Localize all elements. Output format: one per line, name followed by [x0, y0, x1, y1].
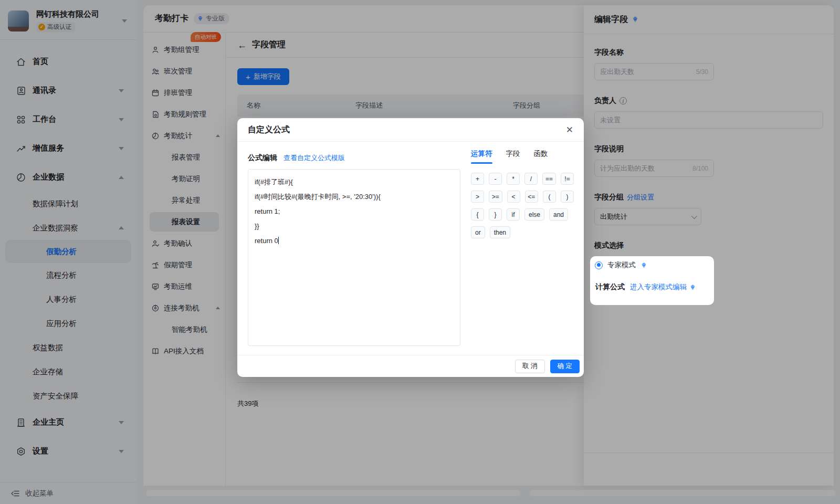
operator-button[interactable]: >=: [489, 191, 502, 203]
operator-button[interactable]: -: [489, 173, 502, 185]
operator-button[interactable]: else: [524, 208, 544, 220]
modal-title: 自定义公式: [248, 124, 290, 135]
operator-button[interactable]: }: [489, 208, 502, 220]
calc-formula-row: 计算公式 进入专家模式编辑: [595, 282, 709, 292]
operator-button[interactable]: <=: [525, 191, 539, 203]
formula-code-editor[interactable]: if(#排了班#){ if(#时间比较#(最晚打卡时间, >=, '20:30'…: [248, 169, 460, 346]
operator-button[interactable]: ): [561, 191, 574, 203]
operator-button[interactable]: {: [471, 208, 484, 220]
expert-mode-spotlight: 专家模式 计算公式 进入专家模式编辑: [590, 256, 714, 305]
operator-button[interactable]: +: [471, 173, 484, 185]
diamond-icon: [689, 284, 696, 291]
cancel-button[interactable]: 取 消: [515, 360, 544, 373]
radio-checked-icon: [595, 261, 603, 269]
custom-formula-modal: 自定义公式 ✕ 公式编辑 查看自定义公式模版 if(#排了班#){ if(#时间…: [237, 118, 584, 377]
close-icon[interactable]: ✕: [566, 125, 573, 134]
view-template-link[interactable]: 查看自定义公式模版: [284, 153, 345, 163]
tab-functions[interactable]: 函数: [534, 149, 548, 164]
enter-expert-mode-link[interactable]: 进入专家模式编辑: [630, 282, 696, 292]
diamond-icon: [640, 262, 647, 269]
code-line: }}: [255, 219, 454, 234]
formula-editor-label: 公式编辑: [248, 153, 277, 163]
code-line: return 0: [255, 234, 454, 248]
operator-tabs: 运算符 字段 函数: [471, 149, 574, 164]
calc-formula-label: 计算公式: [595, 282, 625, 292]
operator-button[interactable]: >: [471, 191, 484, 203]
tab-operators[interactable]: 运算符: [471, 149, 492, 164]
operator-button[interactable]: /: [524, 173, 538, 185]
modal-footer: 取 消 确 定: [237, 355, 584, 377]
tab-fields[interactable]: 字段: [506, 149, 520, 164]
modal-header: 自定义公式 ✕: [237, 118, 584, 142]
code-line: if(#时间比较#(最晚打卡时间, >=, '20:30')){: [255, 190, 454, 204]
operator-button[interactable]: ==: [542, 173, 556, 185]
confirm-button[interactable]: 确 定: [550, 360, 580, 373]
code-line: return 1;: [255, 204, 454, 219]
operator-button[interactable]: and: [549, 208, 568, 220]
expert-mode-radio[interactable]: 专家模式: [595, 260, 709, 270]
code-line: if(#排了班#){: [255, 175, 454, 190]
operator-button[interactable]: <: [507, 191, 520, 203]
operator-button[interactable]: !=: [561, 173, 574, 185]
operator-button[interactable]: (: [543, 191, 556, 203]
screen: 网钉科技有限公司 ✓ 高级认证 首页 通讯录 工作台: [0, 0, 840, 504]
text-cursor: [278, 237, 279, 244]
operator-button[interactable]: if: [507, 208, 520, 220]
operator-button[interactable]: *: [507, 173, 520, 185]
operator-button[interactable]: or: [471, 226, 485, 238]
operator-button[interactable]: then: [490, 226, 510, 238]
operator-panel: 运算符 字段 函数 + - * / == != > >=: [471, 149, 574, 244]
